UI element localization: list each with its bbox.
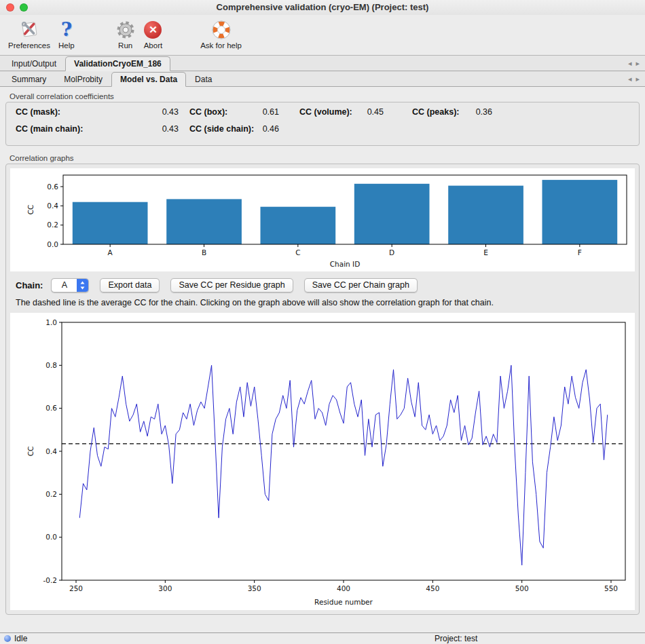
cc-volume-label: CC (volume): [299, 107, 359, 117]
cc-peaks-value: 0.36 [468, 107, 492, 117]
run-label: Run [118, 41, 132, 50]
help-label: Help [58, 41, 75, 50]
save-cc-per-chain-button[interactable]: Save CC per Chain graph [304, 278, 418, 292]
svg-text:400: 400 [337, 584, 350, 592]
tab-input-output[interactable]: Input/Output [3, 56, 65, 71]
window-controls [6, 3, 28, 12]
svg-text:CC: CC [26, 205, 35, 215]
cc-mask-value: 0.43 [123, 107, 179, 117]
svg-text:1.0: 1.0 [45, 318, 57, 326]
tab-scroll-left-icon[interactable]: ◂ [628, 59, 632, 68]
svg-text:350: 350 [248, 584, 261, 592]
svg-text:0.4: 0.4 [45, 447, 57, 455]
svg-text:C: C [295, 248, 300, 257]
svg-text:0.2: 0.2 [45, 490, 57, 498]
cc-side-chain-value: 0.46 [255, 124, 279, 134]
svg-text:E: E [483, 248, 488, 257]
status-bar: Idle Project: test [0, 632, 645, 644]
svg-text:250: 250 [69, 584, 83, 592]
svg-text:-0.2: -0.2 [43, 576, 58, 584]
abort-button[interactable]: ✕ Abort [140, 18, 167, 51]
window-title: Comprehensive validation (cryo-EM) (Proj… [0, 0, 645, 15]
abort-label: Abort [144, 41, 163, 50]
secondary-tab-scroll: ◂ ▸ [628, 75, 642, 86]
svg-text:450: 450 [426, 584, 439, 592]
svg-text:0.0: 0.0 [47, 240, 58, 248]
svg-text:D: D [389, 248, 394, 257]
correlation-graphs-section-title: Correlation graphs [10, 154, 640, 162]
primary-tab-scroll: ◂ ▸ [628, 59, 642, 71]
primary-tabbar: Input/Output ValidationCryoEM_186 ◂ ▸ [0, 56, 645, 71]
run-button[interactable]: Run [111, 18, 140, 51]
preferences-button[interactable]: Preferences [4, 18, 54, 51]
svg-text:0.6: 0.6 [45, 404, 57, 412]
main-content: Overall correlation coefficients CC (mas… [0, 87, 645, 615]
chart-help-text: The dashed line is the average CC for th… [16, 298, 633, 307]
svg-text:Residue number: Residue number [314, 598, 373, 606]
svg-text:500: 500 [515, 584, 529, 592]
preferences-icon [18, 19, 41, 41]
help-button[interactable]: ? Help [54, 18, 79, 51]
tab-validationcryoem-186[interactable]: ValidationCryoEM_186 [65, 56, 170, 71]
help-icon: ? [61, 19, 72, 41]
svg-text:0.2: 0.2 [47, 221, 58, 229]
chain-select[interactable]: A [51, 278, 89, 292]
secondary-tabbar: Summary MolProbity Model vs. Data Data ◂… [0, 71, 645, 87]
zoom-button[interactable] [20, 3, 28, 12]
gear-icon [115, 19, 136, 41]
cc-main-chain-value: 0.43 [123, 124, 179, 134]
cc-per-chain-chart[interactable]: 0.00.20.40.6ABCDEFChain IDCC [10, 168, 635, 271]
tab-scroll-right-icon[interactable]: ▸ [635, 75, 640, 83]
svg-text:Chain ID: Chain ID [330, 260, 361, 268]
svg-text:0.0: 0.0 [45, 533, 57, 541]
status-dot-icon [4, 635, 11, 642]
abort-icon: ✕ [144, 19, 162, 41]
cc-box-value: 0.61 [255, 107, 279, 117]
close-button[interactable] [6, 3, 14, 12]
svg-text:A: A [108, 248, 113, 257]
status-text: Idle [14, 634, 27, 643]
cc-row-2: CC (main chain): 0.43 CC (side chain): 0… [16, 124, 629, 141]
svg-text:F: F [578, 248, 582, 257]
save-cc-per-residue-button[interactable]: Save CC per Residue graph [170, 278, 293, 292]
tab-model-vs-data[interactable]: Model vs. Data [111, 72, 186, 87]
export-data-button[interactable]: Export data [100, 278, 160, 292]
tab-summary[interactable]: Summary [3, 72, 55, 86]
chain-controls: Chain: A Export data Save CC per Residue… [16, 278, 633, 292]
overall-cc-box: CC (mask): 0.43 CC (box): 0.61 CC (volum… [5, 102, 640, 146]
toolbar: Preferences ? Help Run ✕ Abort [0, 15, 645, 56]
svg-text:0.4: 0.4 [47, 202, 58, 210]
overall-cc-section-title: Overall correlation coefficients [10, 92, 640, 100]
cc-side-chain-label: CC (side chain): [189, 124, 255, 134]
chain-label: Chain: [16, 280, 43, 290]
cc-row-1: CC (mask): 0.43 CC (box): 0.61 CC (volum… [16, 107, 629, 124]
svg-text:B: B [202, 248, 206, 257]
lifebuoy-icon [211, 19, 232, 41]
svg-text:550: 550 [604, 584, 618, 592]
cc-mask-label: CC (mask): [16, 107, 123, 117]
chain-select-value: A [52, 279, 77, 292]
cc-per-residue-chart: -0.20.00.20.40.60.81.0250300350400450500… [10, 313, 635, 610]
ask-for-help-label: Ask for help [200, 41, 242, 50]
titlebar: Comprehensive validation (cryo-EM) (Proj… [0, 0, 645, 15]
tab-scroll-left-icon[interactable]: ◂ [628, 75, 632, 83]
project-label: Project: test [435, 634, 477, 643]
cc-volume-value: 0.45 [359, 107, 384, 117]
cc-peaks-label: CC (peaks): [412, 107, 468, 117]
chevron-up-down-icon [77, 279, 88, 292]
svg-text:300: 300 [158, 584, 172, 592]
preferences-label: Preferences [8, 41, 50, 50]
correlation-graphs-box: 0.00.20.40.6ABCDEFChain IDCC Chain: A Ex… [5, 164, 640, 615]
svg-text:CC: CC [26, 447, 35, 457]
svg-text:0.6: 0.6 [47, 183, 58, 191]
ask-for-help-button[interactable]: Ask for help [196, 18, 246, 51]
svg-text:0.8: 0.8 [45, 361, 57, 369]
cc-main-chain-label: CC (main chain): [16, 124, 123, 134]
cc-box-label: CC (box): [189, 107, 255, 117]
tab-molprobity[interactable]: MolProbity [55, 72, 111, 86]
tab-scroll-right-icon[interactable]: ▸ [635, 59, 640, 68]
tab-data[interactable]: Data [186, 72, 221, 86]
